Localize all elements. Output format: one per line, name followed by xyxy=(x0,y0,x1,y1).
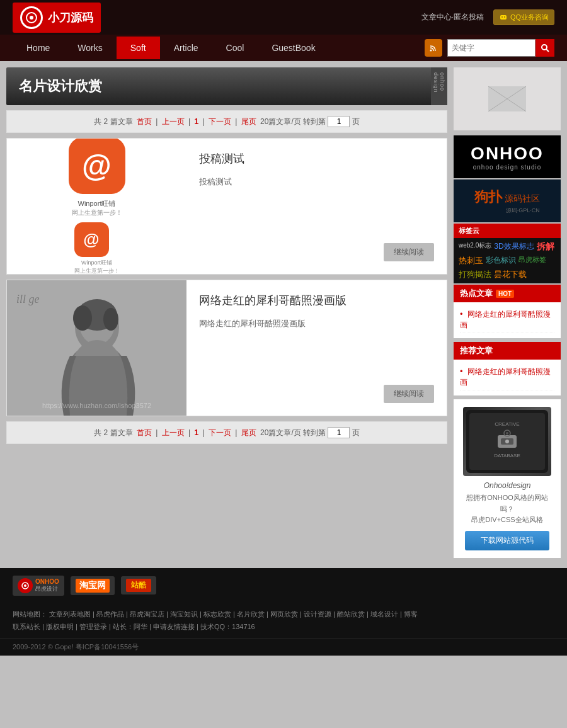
first-page-top[interactable]: 首页 xyxy=(137,117,152,126)
prev-page-top[interactable]: 上一页 xyxy=(162,117,185,126)
logo[interactable]: 小刀源码 xyxy=(13,3,101,33)
article-excerpt-1: 投稿测试 xyxy=(199,176,434,234)
article-title-1[interactable]: 投稿测试 xyxy=(199,151,434,166)
page-title: 名片设计欣赏 xyxy=(19,77,435,96)
ad-placeholder xyxy=(488,86,526,111)
tags-title: 标签云 xyxy=(454,224,561,238)
goupu-text: 狗扑 xyxy=(474,189,502,205)
header: 小刀源码 文章中心·匿名投稿 QQ业务咨询 xyxy=(0,0,567,35)
tag-web20[interactable]: web2.0标志 xyxy=(459,241,491,253)
svg-point-23 xyxy=(505,440,509,443)
qq-button[interactable]: QQ业务咨询 xyxy=(493,9,554,25)
nav-left: Home Works Soft Article Cool GuestBook xyxy=(13,37,329,59)
read-more-btn-1[interactable]: 继续阅读 xyxy=(384,243,434,261)
creative-db-svg: CREATIVE DATABASE xyxy=(463,407,551,476)
footer-taobao-logo[interactable]: 淘宝网 xyxy=(71,576,115,595)
qq-label: QQ业务咨询 xyxy=(510,13,549,22)
footer-copyright-link[interactable]: 版权申明 xyxy=(46,623,74,630)
recommend-title: 推荐文章 xyxy=(454,342,561,360)
goto-label-top: 转到第 xyxy=(303,117,326,126)
current-page-bottom[interactable]: 1 xyxy=(194,428,198,437)
onhoo-logo: ONHOO onhoo design studio xyxy=(471,144,544,171)
onhoo-design-label: Onhoo!design xyxy=(461,481,553,490)
hot-article-link-1[interactable]: 网络走红的犀利哥酷照漫画 xyxy=(460,310,551,329)
next-page-top[interactable]: 下一页 xyxy=(209,117,231,126)
tag-dagou[interactable]: 打狗揭法 xyxy=(459,269,491,280)
watermark: https://www.huzhan.com/ishop3572 xyxy=(42,402,151,409)
tag-chaijie[interactable]: 拆解 xyxy=(537,241,554,253)
onhoo-banner[interactable]: ONHOO onhoo design studio xyxy=(454,135,561,178)
header-right: 文章中心·匿名投稿 QQ业务咨询 xyxy=(421,9,554,25)
footer-link-page[interactable]: 网页欣赏 xyxy=(270,610,298,618)
footer-link-taobao[interactable]: 淘宝知识 xyxy=(170,610,198,618)
article-title-2[interactable]: 网络走红的犀利哥酷照漫画版 xyxy=(199,293,434,308)
article-body-1: 投稿测试 投稿测试 继续阅读 xyxy=(186,139,447,274)
svg-line-7 xyxy=(546,49,549,52)
tag-anghulabel[interactable]: 昂虎标签 xyxy=(518,255,546,266)
download-button[interactable]: 下载网站源代码 xyxy=(465,531,549,550)
svg-rect-2 xyxy=(500,15,507,20)
prev-page-bottom[interactable]: 上一页 xyxy=(162,428,185,437)
last-page-bottom[interactable]: 尾页 xyxy=(241,428,256,437)
footer-link-card[interactable]: 名片欣赏 xyxy=(237,610,265,618)
nav-right xyxy=(425,39,554,57)
current-page-top[interactable]: 1 xyxy=(194,117,198,126)
winport-image: @ Winport旺铺 网上生意第一步！ @ Winport旺铺 网上生意第一步… xyxy=(62,139,132,274)
nav-cool[interactable]: Cool xyxy=(212,37,258,59)
recommend-item-1: 网络走红的犀利哥酷照漫画 xyxy=(460,365,554,390)
rss-button[interactable] xyxy=(425,39,442,57)
footer-link-shop[interactable]: 昂虎淘宝店 xyxy=(130,610,164,618)
tag-shuijing[interactable]: 水晶效果 xyxy=(489,283,519,283)
nav-article[interactable]: Article xyxy=(160,37,212,59)
nav-guestbook[interactable]: GuestBook xyxy=(258,37,329,59)
tag-wangzhan[interactable]: 网站改版 xyxy=(522,283,547,283)
onhoo-footer-icon xyxy=(21,581,30,590)
search-input[interactable] xyxy=(447,39,536,57)
article-body-2: 网络走红的犀利哥酷照漫画版 网络走红的犀利哥酷照漫画版 继续阅读 xyxy=(186,280,447,416)
nav-works[interactable]: Works xyxy=(64,37,116,59)
tag-xuanguang[interactable]: 炫光的字 xyxy=(459,283,486,283)
first-page-bottom[interactable]: 首页 xyxy=(137,428,152,437)
footer-link-logo[interactable]: 标志欣赏 xyxy=(203,610,231,618)
tags-cloud-section: 标签云 web2.0标志 3D效果标志 拆解 热刺玉 彩色标识 昂虎标签 打狗揭… xyxy=(454,224,561,283)
search-icon xyxy=(541,43,549,52)
footer-link-article-list[interactable]: 文章列表地图 xyxy=(49,610,91,618)
goto-input-bottom[interactable] xyxy=(328,427,350,438)
tag-color[interactable]: 彩色标识 xyxy=(486,255,516,266)
footer-zhankoo-logo[interactable]: 站酷 xyxy=(121,576,156,594)
svg-point-29 xyxy=(24,584,26,587)
article-center-link[interactable]: 文章中心·匿名投稿 xyxy=(421,13,484,21)
footer-link-domain[interactable]: 域名设计 xyxy=(370,610,398,618)
hot-articles-title: 热点文章 HOT xyxy=(454,285,561,302)
tag-tanhua[interactable]: 昙花下载 xyxy=(494,269,527,280)
sidebar-ad xyxy=(454,67,561,130)
footer-onhoo-logo[interactable]: ONHOO 昂虎设计 xyxy=(13,576,64,596)
nav-soft[interactable]: Soft xyxy=(117,37,160,59)
total-articles-bottom: 共 2 篇文章 xyxy=(94,428,132,437)
footer-bottom: 2009-2012 © Gope! 粤ICP备10041556号 xyxy=(0,638,567,656)
footer-friend-link[interactable]: 申请友情连接 xyxy=(153,623,195,630)
footer-admin-link[interactable]: 管理登录 xyxy=(79,623,107,630)
qq-icon xyxy=(499,13,508,22)
hot-badge: HOT xyxy=(496,290,514,298)
svg-point-4 xyxy=(504,16,505,18)
search-button[interactable] xyxy=(536,39,554,57)
hot-articles-section: 热点文章 HOT 网络走红的犀利哥酷照漫画 xyxy=(454,285,561,338)
next-page-bottom[interactable]: 下一页 xyxy=(209,428,231,437)
goupu-banner[interactable]: 狗扑 源码社区 源码·GPL·CN xyxy=(454,179,561,222)
logo-text: 小刀源码 xyxy=(48,10,93,25)
recommend-link-1[interactable]: 网络走红的犀利哥酷照漫画 xyxy=(460,367,551,387)
article-thumb-1: @ Winport旺铺 网上生意第一步！ @ Winport旺铺 网上生意第一步… xyxy=(7,139,186,274)
footer-link-works[interactable]: 昂虎作品 xyxy=(96,610,124,618)
goto-input-top[interactable] xyxy=(328,116,350,127)
tag-3d[interactable]: 3D效果标志 xyxy=(494,241,534,253)
read-more-btn-2[interactable]: 继续阅读 xyxy=(384,385,434,403)
footer-link-blog[interactable]: 博客 xyxy=(404,610,418,618)
last-page-top[interactable]: 尾页 xyxy=(241,117,256,126)
footer-link-cool[interactable]: 酷站欣赏 xyxy=(337,610,365,618)
tag-reci[interactable]: 热刺玉 xyxy=(459,255,483,266)
footer-contact-link[interactable]: 联系站长 xyxy=(13,623,40,630)
footer-link-resource[interactable]: 设计资源 xyxy=(304,610,331,618)
nav-home[interactable]: Home xyxy=(13,37,64,59)
onhoo-desc1: 想拥有ONHOO风格的网站吗？ xyxy=(461,492,553,515)
